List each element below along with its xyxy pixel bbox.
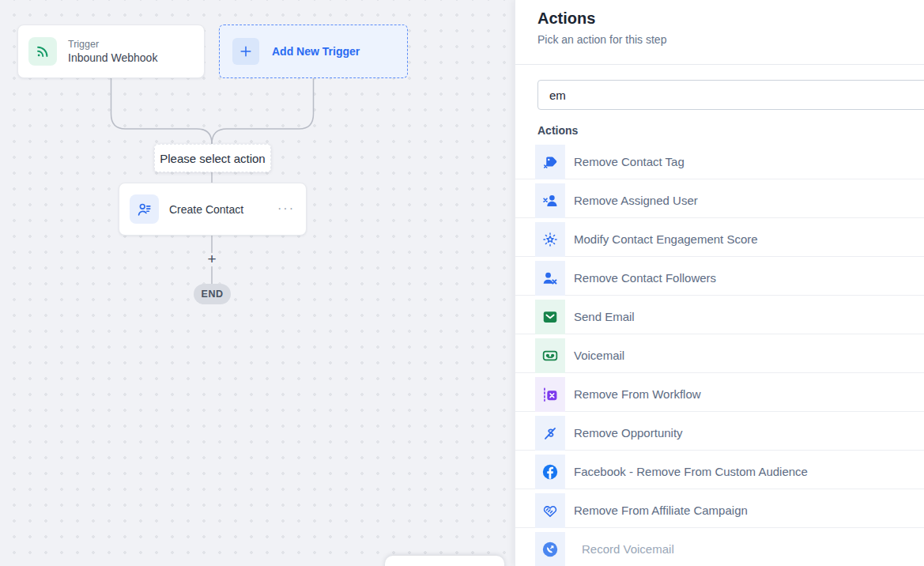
phone-circle-icon <box>535 532 565 566</box>
actions-panel: Actions Pick an action for this step Act… <box>515 0 924 566</box>
action-label: Record Voicemail <box>582 542 674 556</box>
node-menu-button[interactable]: ··· <box>277 201 295 215</box>
select-action-prompt: Please select action <box>154 144 271 172</box>
action-list-item[interactable]: Remove Opportunity <box>515 416 924 451</box>
action-label: Remove Assigned User <box>574 194 698 207</box>
action-list-item[interactable]: Remove From Workflow <box>515 377 924 412</box>
action-label: Remove Contact Tag <box>574 155 685 168</box>
tag-x-icon <box>535 145 565 179</box>
actions-section-label: Actions <box>537 124 924 137</box>
action-list-item[interactable]: Remove Contact Tag <box>515 145 924 179</box>
action-list-item[interactable]: Remove From Affiliate Campaign <box>515 493 924 528</box>
user-list-icon <box>130 194 159 224</box>
action-label: Remove Contact Followers <box>574 271 716 285</box>
action-label: Send Email <box>574 310 635 323</box>
facebook-icon <box>535 455 565 489</box>
action-label: Facebook - Remove From Custom Audience <box>574 465 808 478</box>
sparkle-star-icon <box>535 222 565 257</box>
add-new-trigger-button[interactable]: Add New Trigger <box>219 25 408 78</box>
action-list-item[interactable]: Remove Contact Followers <box>515 261 924 296</box>
plus-icon <box>232 38 259 65</box>
canvas-bottom-popup <box>385 556 504 566</box>
trigger-title: Inbound Webhook <box>68 51 157 64</box>
trigger-category-label: Trigger <box>68 39 157 50</box>
envelope-icon <box>535 300 565 334</box>
create-contact-node[interactable]: Create Contact ··· <box>119 183 307 236</box>
panel-title: Actions <box>537 9 902 28</box>
user-x-left-icon <box>535 183 565 218</box>
action-label: Modify Contact Engagement Score <box>574 232 758 246</box>
action-label: Remove Opportunity <box>574 426 683 440</box>
add-new-trigger-label: Add New Trigger <box>272 45 360 58</box>
trigger-node[interactable]: Trigger Inbound Webhook <box>17 25 205 78</box>
action-list-item[interactable]: Modify Contact Engagement Score <box>515 222 924 257</box>
workflow-canvas[interactable]: Trigger Inbound Webhook Add New Trigger … <box>0 0 515 566</box>
webhook-rss-icon <box>28 37 57 66</box>
action-node-title: Create Contact <box>169 203 243 216</box>
action-list-item[interactable]: Facebook - Remove From Custom Audience <box>515 455 924 489</box>
panel-subtitle: Pick an action for this step <box>537 33 902 46</box>
action-search-input[interactable] <box>537 80 924 110</box>
voicemail-icon <box>535 338 565 373</box>
actions-list: Remove Contact Tag Remove Assigned User … <box>515 145 924 566</box>
action-label: Remove From Affiliate Campaign <box>574 504 748 517</box>
action-label: Remove From Workflow <box>574 387 701 401</box>
workflow-connectors <box>0 0 515 566</box>
action-list-item[interactable]: Remove Assigned User <box>515 183 924 218</box>
end-badge: END <box>194 284 231 304</box>
action-list-item[interactable]: Voicemail <box>515 338 924 373</box>
action-list-item[interactable]: Send Email <box>515 300 924 334</box>
action-label: Voicemail <box>574 349 624 362</box>
action-list-item[interactable]: Record Voicemail <box>515 532 924 566</box>
dollar-slash-icon <box>535 416 565 451</box>
add-step-button[interactable]: + <box>204 251 220 267</box>
actions-panel-header: Actions Pick an action for this step <box>515 0 924 65</box>
user-x-right-icon <box>535 261 565 296</box>
handshake-icon <box>535 493 565 528</box>
workflow-x-icon <box>535 377 565 412</box>
